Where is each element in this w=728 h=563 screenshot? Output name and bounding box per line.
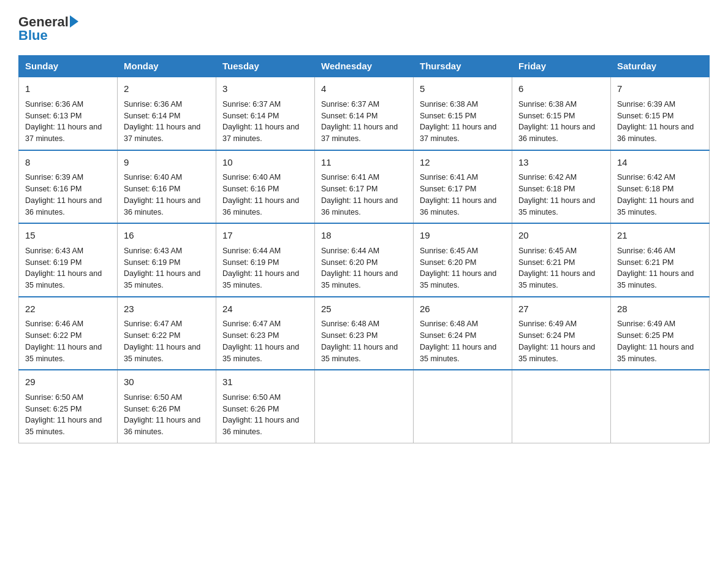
sunrise-label: Sunrise: 6:48 AM: [420, 320, 478, 328]
sunset-label: Sunset: 6:15 PM: [617, 112, 673, 120]
sunrise-label: Sunrise: 6:48 AM: [321, 320, 379, 328]
daylight-label: Daylight: 11 hours and 35 minutes.: [617, 343, 694, 363]
sunrise-label: Sunrise: 6:47 AM: [222, 320, 281, 328]
sunrise-label: Sunrise: 6:41 AM: [321, 173, 379, 182]
day-number: 21: [617, 229, 703, 243]
daylight-label: Daylight: 11 hours and 35 minutes.: [518, 269, 595, 289]
calendar-header-friday: Friday: [512, 56, 611, 77]
sunset-label: Sunset: 6:24 PM: [518, 331, 575, 340]
sunset-label: Sunset: 6:26 PM: [222, 405, 279, 413]
sunset-label: Sunset: 6:20 PM: [321, 258, 377, 267]
daylight-label: Daylight: 11 hours and 37 minutes.: [321, 123, 398, 143]
page-header: General Blue: [18, 15, 710, 43]
day-number: 2: [124, 82, 210, 96]
daylight-label: Daylight: 11 hours and 35 minutes.: [124, 343, 200, 363]
day-number: 11: [321, 156, 407, 170]
calendar-cell: 17 Sunrise: 6:44 AM Sunset: 6:19 PM Dayl…: [216, 223, 315, 297]
sunrise-label: Sunrise: 6:43 AM: [25, 247, 83, 255]
sunrise-label: Sunrise: 6:45 AM: [518, 247, 577, 255]
sunset-label: Sunset: 6:22 PM: [124, 331, 180, 340]
daylight-label: Daylight: 11 hours and 35 minutes.: [518, 343, 595, 363]
calendar-cell: 12 Sunrise: 6:41 AM Sunset: 6:17 PM Dayl…: [414, 150, 512, 224]
calendar-cell: 18 Sunrise: 6:44 AM Sunset: 6:20 PM Dayl…: [315, 223, 414, 297]
day-number: 12: [420, 156, 506, 170]
day-number: 8: [25, 156, 111, 170]
calendar-header-sunday: Sunday: [19, 56, 118, 77]
day-number: 3: [222, 82, 308, 96]
sunrise-label: Sunrise: 6:40 AM: [124, 173, 182, 182]
calendar-header-row: SundayMondayTuesdayWednesdayThursdayFrid…: [19, 56, 710, 77]
logo-arrow-icon: [70, 15, 78, 28]
calendar-header-tuesday: Tuesday: [216, 56, 315, 77]
sunrise-label: Sunrise: 6:47 AM: [124, 320, 182, 328]
calendar-cell: 31 Sunrise: 6:50 AM Sunset: 6:26 PM Dayl…: [216, 370, 315, 443]
daylight-label: Daylight: 11 hours and 36 minutes.: [124, 416, 200, 436]
day-number: 16: [124, 229, 210, 243]
day-number: 5: [420, 82, 506, 96]
calendar-cell: [611, 370, 710, 443]
calendar-cell: 15 Sunrise: 6:43 AM Sunset: 6:19 PM Dayl…: [19, 223, 118, 297]
daylight-label: Daylight: 11 hours and 35 minutes.: [617, 196, 694, 216]
sunset-label: Sunset: 6:23 PM: [321, 331, 377, 340]
day-number: 27: [518, 302, 604, 316]
day-number: 13: [518, 156, 604, 170]
sunrise-label: Sunrise: 6:49 AM: [617, 320, 675, 328]
calendar-cell: 1 Sunrise: 6:36 AM Sunset: 6:13 PM Dayli…: [19, 77, 118, 150]
day-number: 24: [222, 302, 308, 316]
calendar-cell: 22 Sunrise: 6:46 AM Sunset: 6:22 PM Dayl…: [19, 297, 118, 370]
sunset-label: Sunset: 6:14 PM: [124, 112, 180, 120]
calendar-cell: 4 Sunrise: 6:37 AM Sunset: 6:14 PM Dayli…: [315, 77, 414, 150]
daylight-label: Daylight: 11 hours and 37 minutes.: [124, 123, 200, 143]
sunset-label: Sunset: 6:13 PM: [25, 112, 82, 120]
daylight-label: Daylight: 11 hours and 35 minutes.: [222, 343, 299, 363]
sunset-label: Sunset: 6:25 PM: [25, 405, 82, 413]
daylight-label: Daylight: 11 hours and 37 minutes.: [25, 123, 102, 143]
calendar-cell: 5 Sunrise: 6:38 AM Sunset: 6:15 PM Dayli…: [414, 77, 512, 150]
day-number: 20: [518, 229, 604, 243]
calendar-cell: [512, 370, 611, 443]
day-number: 23: [124, 302, 210, 316]
calendar-cell: 8 Sunrise: 6:39 AM Sunset: 6:16 PM Dayli…: [19, 150, 118, 224]
sunset-label: Sunset: 6:16 PM: [25, 185, 82, 193]
calendar-week-row: 22 Sunrise: 6:46 AM Sunset: 6:22 PM Dayl…: [19, 297, 710, 370]
day-number: 30: [124, 375, 210, 389]
sunset-label: Sunset: 6:26 PM: [124, 405, 180, 413]
sunset-label: Sunset: 6:23 PM: [222, 331, 279, 340]
calendar-cell: 9 Sunrise: 6:40 AM Sunset: 6:16 PM Dayli…: [118, 150, 216, 224]
sunset-label: Sunset: 6:18 PM: [617, 185, 673, 193]
daylight-label: Daylight: 11 hours and 36 minutes.: [124, 196, 200, 216]
daylight-label: Daylight: 11 hours and 35 minutes.: [25, 269, 102, 289]
day-number: 17: [222, 229, 308, 243]
sunrise-label: Sunrise: 6:45 AM: [420, 247, 478, 255]
calendar-cell: 29 Sunrise: 6:50 AM Sunset: 6:25 PM Dayl…: [19, 370, 118, 443]
sunrise-label: Sunrise: 6:37 AM: [222, 100, 281, 109]
daylight-label: Daylight: 11 hours and 35 minutes.: [321, 343, 398, 363]
logo-blue: Blue: [18, 28, 48, 43]
daylight-label: Daylight: 11 hours and 35 minutes.: [25, 343, 102, 363]
calendar-cell: 6 Sunrise: 6:38 AM Sunset: 6:15 PM Dayli…: [512, 77, 611, 150]
daylight-label: Daylight: 11 hours and 35 minutes.: [222, 269, 299, 289]
calendar-week-row: 8 Sunrise: 6:39 AM Sunset: 6:16 PM Dayli…: [19, 150, 710, 224]
calendar-cell: 2 Sunrise: 6:36 AM Sunset: 6:14 PM Dayli…: [118, 77, 216, 150]
sunrise-label: Sunrise: 6:50 AM: [222, 393, 281, 402]
sunset-label: Sunset: 6:24 PM: [420, 331, 476, 340]
daylight-label: Daylight: 11 hours and 37 minutes.: [420, 123, 496, 143]
daylight-label: Daylight: 11 hours and 36 minutes.: [518, 123, 595, 143]
sunset-label: Sunset: 6:20 PM: [420, 258, 476, 267]
day-number: 1: [25, 82, 111, 96]
calendar-cell: 25 Sunrise: 6:48 AM Sunset: 6:23 PM Dayl…: [315, 297, 414, 370]
calendar-table: SundayMondayTuesdayWednesdayThursdayFrid…: [18, 55, 710, 443]
sunset-label: Sunset: 6:21 PM: [617, 258, 673, 267]
logo: General Blue: [18, 15, 78, 43]
sunrise-label: Sunrise: 6:41 AM: [420, 173, 478, 182]
sunset-label: Sunset: 6:17 PM: [420, 185, 476, 193]
day-number: 25: [321, 302, 407, 316]
daylight-label: Daylight: 11 hours and 36 minutes.: [617, 123, 694, 143]
calendar-cell: 14 Sunrise: 6:42 AM Sunset: 6:18 PM Dayl…: [611, 150, 710, 224]
sunrise-label: Sunrise: 6:44 AM: [222, 247, 281, 255]
daylight-label: Daylight: 11 hours and 35 minutes.: [617, 269, 694, 289]
calendar-header-saturday: Saturday: [611, 56, 710, 77]
calendar-cell: 21 Sunrise: 6:46 AM Sunset: 6:21 PM Dayl…: [611, 223, 710, 297]
calendar-cell: 11 Sunrise: 6:41 AM Sunset: 6:17 PM Dayl…: [315, 150, 414, 224]
calendar-header-thursday: Thursday: [414, 56, 512, 77]
